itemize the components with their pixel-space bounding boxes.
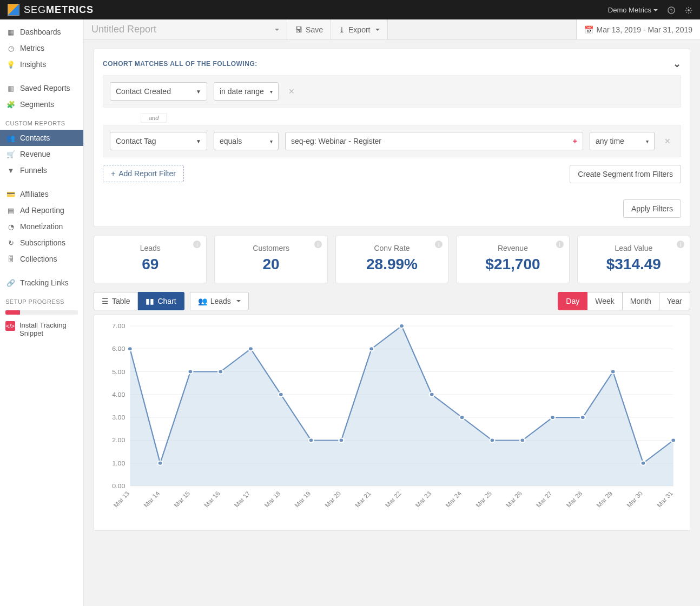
plus-icon[interactable]: + (573, 137, 577, 145)
report-title-dropdown[interactable]: Untitled Report (84, 19, 287, 39)
add-filter-button[interactable]: + Add Report Filter (103, 165, 184, 182)
create-segment-button[interactable]: Create Segment from Filters (570, 165, 681, 183)
sidebar-item-segments[interactable]: 🧩Segments (0, 96, 83, 112)
info-icon[interactable]: i (556, 241, 564, 248)
metric-value: $21,700 (462, 256, 563, 273)
range-month-button[interactable]: Month (623, 292, 659, 310)
gear-icon[interactable] (685, 5, 692, 14)
svg-text:Mar 28: Mar 28 (565, 490, 584, 508)
export-dropdown[interactable]: ⤓ Export (331, 19, 388, 39)
report-toolbar: Untitled Report 🖫 Save ⤓ Export 📅 Mar 13… (84, 19, 700, 40)
triangle-down-icon: ▼ (196, 89, 201, 95)
sidebar-item-subscriptions[interactable]: ↻Subscriptions (0, 235, 83, 251)
range-day-button[interactable]: Day (558, 292, 587, 310)
date-range-picker[interactable]: 📅 Mar 13, 2019 - Mar 31, 2019 (576, 19, 700, 39)
info-icon[interactable]: i (677, 241, 684, 248)
filter-field-select[interactable]: Contact Tag▼ (110, 132, 207, 150)
filter-time-select[interactable]: any time▾ (590, 132, 655, 150)
svg-text:0.00: 0.00 (112, 483, 126, 489)
svg-point-27 (128, 347, 133, 351)
svg-point-28 (158, 461, 163, 465)
sidebar-item-label: Subscriptions (20, 238, 65, 247)
save-button[interactable]: 🖫 Save (287, 19, 331, 39)
metric-leads: iLeads69 (94, 236, 207, 283)
sidebar-item-saved-reports[interactable]: ▥Saved Reports (0, 80, 83, 96)
logo: SEGMETRICS (8, 4, 94, 16)
svg-point-42 (580, 415, 585, 419)
sidebar-item-contacts[interactable]: 👥Contacts (0, 130, 83, 146)
svg-text:Mar 18: Mar 18 (263, 490, 282, 508)
svg-point-39 (490, 438, 494, 442)
plus-icon: + (111, 169, 115, 178)
account-dropdown[interactable]: Demo Metrics (608, 6, 658, 14)
setup-progress-bar (5, 310, 78, 315)
help-icon[interactable]: ? (668, 5, 675, 14)
svg-point-36 (399, 324, 404, 328)
remove-filter-icon[interactable]: ✕ (285, 87, 298, 96)
svg-point-33 (309, 438, 314, 442)
ad-icon: ▤ (6, 207, 15, 215)
sidebar-item-affiliates[interactable]: 💳Affiliates (0, 186, 83, 202)
svg-point-37 (430, 392, 434, 397)
sidebar-item-label: Metrics (20, 44, 44, 52)
svg-point-43 (611, 370, 616, 374)
svg-text:Mar 21: Mar 21 (353, 490, 372, 508)
sidebar-item-metrics[interactable]: ◷Metrics (0, 40, 83, 56)
svg-text:Mar 26: Mar 26 (504, 490, 523, 508)
metric-customers: iCustomers20 (214, 236, 327, 283)
filter-op-select[interactable]: equals▾ (214, 132, 279, 150)
svg-point-32 (279, 392, 283, 397)
add-filter-label: Add Report Filter (118, 169, 176, 178)
leads-chart: 0.001.002.003.004.005.006.007.00Mar 13Ma… (100, 321, 684, 515)
svg-text:2.00: 2.00 (112, 437, 126, 443)
export-label: Export (348, 25, 370, 34)
filter-time-label: any time (596, 137, 624, 145)
range-week-button[interactable]: Week (587, 292, 623, 310)
sidebar-item-label: Dashboards (20, 28, 61, 36)
svg-text:Mar 31: Mar 31 (655, 490, 674, 508)
metric-select-dropdown[interactable]: 👥Leads (190, 292, 249, 310)
svg-text:7.00: 7.00 (112, 323, 126, 329)
sidebar-item-ad-reporting[interactable]: ▤Ad Reporting (0, 202, 83, 218)
svg-text:1.00: 1.00 (112, 460, 126, 466)
filter-value-select[interactable]: seq-eg: Webinar - Register+ (285, 132, 583, 150)
chevron-down-icon[interactable]: ⌄ (673, 58, 682, 70)
svg-text:6.00: 6.00 (112, 345, 126, 352)
svg-point-29 (188, 370, 193, 374)
install-snippet-item[interactable]: </>Install Tracking Snippet (0, 319, 83, 339)
remove-filter-icon[interactable]: ✕ (661, 137, 674, 145)
view-chart-button[interactable]: ▮▮Chart (138, 292, 184, 310)
svg-point-2 (688, 9, 690, 11)
puzzle-icon: 🧩 (6, 101, 15, 109)
account-label: Demo Metrics (608, 6, 651, 14)
apply-filters-button[interactable]: Apply Filters (623, 199, 681, 218)
sidebar-item-collections[interactable]: 🗄Collections (0, 251, 83, 267)
download-icon: ⤓ (339, 25, 345, 34)
sidebar-item-dashboards[interactable]: ▦Dashboards (0, 24, 83, 40)
filter-op-select[interactable]: in date range▾ (214, 82, 279, 101)
brand-metrics: METRICS (46, 4, 94, 15)
caret-down-icon (375, 29, 380, 31)
info-icon[interactable]: i (314, 241, 322, 248)
svg-text:Mar 24: Mar 24 (444, 490, 463, 508)
archive-icon: 🗄 (6, 255, 15, 263)
svg-point-38 (460, 415, 465, 419)
table-label: Table (112, 297, 130, 305)
filter-row-1: Contact Created▼ in date range▾ ✕ (103, 75, 681, 108)
filter-op-label: equals (220, 137, 242, 145)
filter-field-select[interactable]: Contact Created▼ (110, 82, 207, 101)
svg-text:4.00: 4.00 (112, 391, 126, 398)
snippet-label: Install Tracking Snippet (19, 321, 78, 337)
range-year-button[interactable]: Year (659, 292, 690, 310)
svg-point-44 (640, 461, 645, 465)
triangle-down-icon: ▾ (646, 138, 649, 144)
sidebar-item-tracking-links[interactable]: 🔗Tracking Links (0, 275, 83, 291)
brand-seg: SEG (24, 4, 46, 15)
sidebar-item-funnels[interactable]: ▼Funnels (0, 162, 83, 178)
svg-text:Mar 29: Mar 29 (595, 490, 613, 508)
view-table-button[interactable]: ☰Table (94, 292, 138, 310)
metric-value: 20 (220, 256, 321, 273)
sidebar-item-monetization[interactable]: ◔Monetization (0, 218, 83, 235)
sidebar-item-revenue[interactable]: 🛒Revenue (0, 146, 83, 162)
sidebar-item-insights[interactable]: 💡Insights (0, 56, 83, 72)
